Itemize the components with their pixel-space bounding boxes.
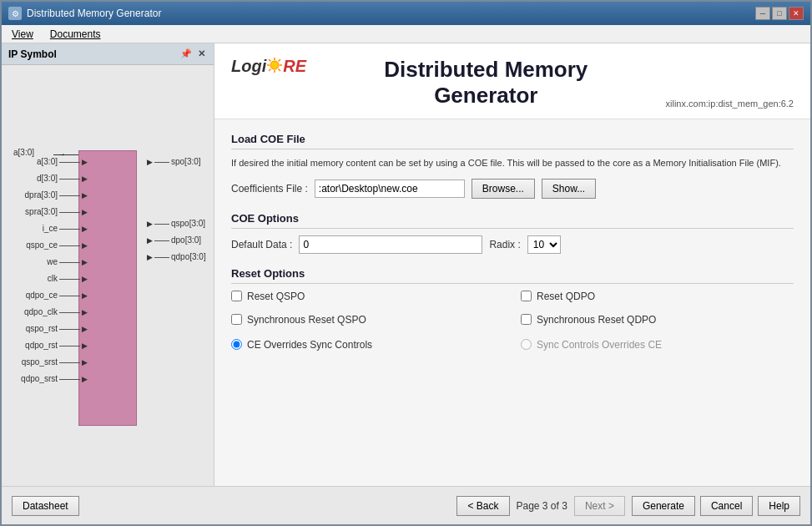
pin-row-qdpo-clk: qdpo_clk ▶ [12, 305, 88, 320]
generate-button[interactable]: Generate [632, 496, 695, 516]
content-area: IP Symbol 📌 ✕ a[3:0] → [2, 43, 810, 486]
left-pins-container: a[3:0] ▶ d[3:0] ▶ dpra[3:0] ▶ [12, 154, 88, 388]
sync-reset-qspo-checkbox[interactable] [231, 314, 242, 325]
left-panel: IP Symbol 📌 ✕ a[3:0] → [2, 43, 214, 486]
reset-qspo-checkbox[interactable] [231, 291, 242, 301]
sync-reset-qspo-label[interactable]: Synchronous Reset QSPO [247, 314, 366, 326]
coe-options-section: COE Options Default Data : Radix : 2 10 … [231, 212, 794, 254]
pin-row-qspo-out2: ▶ qspo[3:0] [147, 216, 206, 231]
pin-row-qspo-rst: qspo_rst ▶ [12, 321, 88, 336]
pin-qdpo-srst-text: qdpo_srst [12, 372, 58, 387]
maximize-button[interactable]: □ [772, 7, 787, 20]
xilinx-ref: xilinx.com:ip:dist_mem_gen:6.2 [666, 99, 794, 109]
pin-dpra-text: dpra[3:0] [12, 188, 58, 203]
panel-close-icon[interactable]: ✕ [195, 48, 207, 60]
pin-row-clk: clk ▶ [12, 271, 88, 286]
sync-reset-qspo-row: Synchronous Reset QSPO [231, 314, 504, 326]
back-button[interactable]: < Back [456, 496, 509, 516]
pin-a-text: a[3:0] [12, 154, 58, 169]
pin-row-qdpo-out: ▶ qdpo[3:0] [147, 250, 206, 265]
right-pins-container: ▶ spo[3:0] ▶ ▶ qspo[3:0] [147, 154, 206, 266]
pin-row-i-ce: i_ce ▶ [12, 221, 88, 236]
menu-view[interactable]: View [5, 27, 40, 42]
ip-symbol-header: IP Symbol 📌 ✕ [2, 43, 214, 65]
title-area: Distributed Memory Generator [323, 57, 649, 109]
cancel-button[interactable]: Cancel [700, 496, 753, 516]
load-coe-desc: If desired the initial memory content ca… [231, 156, 794, 170]
reset-qdpo-checkbox[interactable] [521, 291, 532, 301]
main-title: Distributed Memory Generator [323, 57, 649, 109]
show-button[interactable]: Show... [542, 179, 596, 199]
title-line2: Generator [323, 83, 649, 109]
pin-clk-text: clk [12, 271, 58, 286]
ip-symbol-icons: 📌 ✕ [180, 48, 207, 60]
pin-qspo-out-text: qspo[3:0] [171, 216, 205, 231]
pin-qdpo-ce-text: qdpo_ce [12, 288, 58, 303]
main-window: ⚙ Distributed Memory Generator ─ □ ✕ Vie… [0, 0, 812, 526]
pin-qdpo-rst-text: qdpo_rst [12, 338, 58, 353]
reset-qdpo-label[interactable]: Reset QDPO [537, 291, 595, 302]
reset-checkboxes-grid: Reset QSPO Reset QDPO Synchronous Reset … [231, 291, 794, 332]
reset-options-section: Reset Options Reset QSPO Reset QDPO S [231, 267, 794, 356]
logo-area: Logi [231, 57, 306, 76]
schematic-diagram: a[3:0] → a[3:0] ▶ d[3:0] [12, 109, 204, 443]
page-info: Page 3 of 3 [517, 500, 567, 512]
footer-right: Generate Cancel Help [632, 496, 800, 516]
default-data-label: Default Data : [231, 239, 292, 250]
title-buttons: ─ □ ✕ [755, 7, 804, 20]
sync-overrides-row: Sync Controls Overrides CE [521, 339, 794, 351]
svg-line-7 [279, 59, 281, 62]
datasheet-button[interactable]: Datasheet [12, 496, 79, 516]
load-coe-section: Load COE File If desired the initial mem… [231, 133, 794, 199]
next-button[interactable]: Next > [574, 496, 625, 516]
logicore-logo: Logi [231, 57, 306, 76]
sync-reset-qdpo-label[interactable]: Synchronous Reset QDPO [537, 314, 656, 326]
svg-line-8 [269, 68, 271, 71]
sync-overrides-radio[interactable] [521, 339, 532, 350]
symbol-area: a[3:0] → a[3:0] ▶ d[3:0] [2, 65, 214, 486]
right-panel: Logi [214, 43, 810, 486]
ip-symbol-label: IP Symbol [8, 48, 57, 60]
pin-we-text: we [12, 255, 58, 270]
logo-sun-icon [266, 57, 283, 73]
radix-label: Radix : [489, 239, 520, 250]
menu-documents[interactable]: Documents [43, 27, 108, 42]
pin-qdpo-clk-text: qdpo_clk [12, 305, 58, 320]
pin-icon[interactable]: 📌 [180, 48, 192, 60]
minimize-button[interactable]: ─ [755, 7, 770, 20]
pin-row-qspo-srst: qspo_srst ▶ [12, 355, 88, 370]
default-data-input[interactable] [299, 235, 482, 254]
pin-row-d: d[3:0] ▶ [12, 171, 88, 186]
pin-row-qspo-out: ▶ [147, 171, 206, 185]
pin-row-spra: spra[3:0] ▶ [12, 205, 88, 220]
ce-overrides-label[interactable]: CE Overrides Sync Controls [247, 339, 372, 351]
sync-overrides-label[interactable]: Sync Controls Overrides CE [537, 339, 662, 351]
coeff-file-input[interactable] [315, 180, 465, 198]
window-title: Distributed Memory Generator [27, 8, 161, 19]
footer-bar: Datasheet < Back Page 3 of 3 Next > Gene… [2, 486, 810, 524]
logo-re: RE [283, 57, 306, 76]
title-bar: ⚙ Distributed Memory Generator ─ □ ✕ [2, 2, 810, 25]
pin-qspo-ce-text: qspo_ce [12, 238, 58, 253]
load-coe-title: Load COE File [231, 133, 794, 149]
menu-bar: View Documents [2, 25, 810, 43]
close-button[interactable]: ✕ [789, 7, 804, 20]
pin-qspo-srst-text: qspo_srst [12, 355, 58, 370]
radix-select[interactable]: 2 10 16 [527, 235, 561, 254]
coeff-file-label: Coefficients File : [231, 183, 308, 195]
pin-i-ce-text: i_ce [12, 221, 58, 236]
reset-qspo-label[interactable]: Reset QSPO [247, 291, 305, 302]
sync-reset-qdpo-checkbox[interactable] [521, 314, 532, 325]
ce-overrides-radio[interactable] [231, 339, 242, 350]
help-button[interactable]: Help [758, 496, 800, 516]
footer-left: Datasheet [12, 496, 450, 516]
logo-logi: Logi [231, 57, 266, 76]
pin-row-dpra: dpra[3:0] ▶ [12, 188, 88, 203]
coeff-file-row: Coefficients File : Browse... Show... [231, 179, 794, 199]
reset-qdpo-row: Reset QDPO [521, 291, 794, 302]
default-data-row: Default Data : Radix : 2 10 16 [231, 235, 794, 254]
svg-line-6 [279, 68, 281, 71]
radio-grid: CE Overrides Sync Controls Sync Controls… [231, 339, 794, 356]
browse-button[interactable]: Browse... [472, 179, 535, 199]
pin-spo-text: spo[3:0] [171, 154, 201, 169]
